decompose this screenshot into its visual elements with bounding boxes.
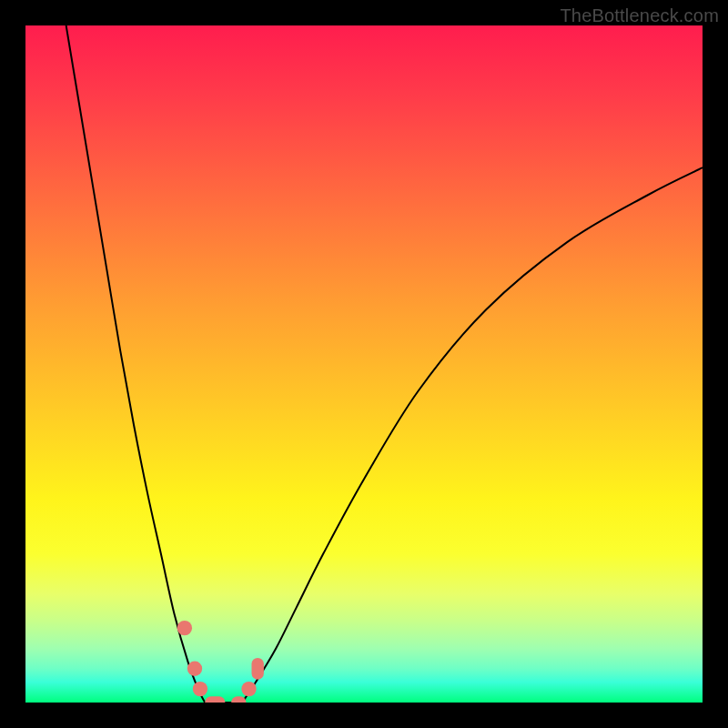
marker-dot [187, 662, 202, 676]
marker-dot [177, 621, 192, 635]
marker-dot [241, 682, 256, 696]
chart-svg [25, 25, 703, 703]
marker-pill [251, 658, 263, 680]
curve-left-branch [66, 25, 206, 703]
watermark-text: TheBottleneck.com [560, 5, 719, 26]
curve-markers [177, 621, 264, 703]
marker-dot [193, 682, 207, 696]
chart-plot-area [25, 25, 703, 703]
marker-pill [205, 696, 225, 703]
curve-right-branch [242, 167, 703, 703]
marker-pill [231, 696, 246, 703]
